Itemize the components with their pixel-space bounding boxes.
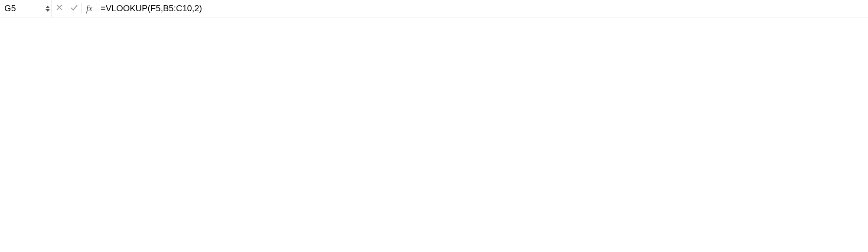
fx-label[interactable]: fx — [82, 3, 97, 13]
check-icon — [70, 4, 78, 11]
name-box-wrap: G5 — [0, 0, 52, 17]
chevron-down-icon — [45, 9, 50, 12]
svg-marker-1 — [46, 9, 50, 12]
formula-bar: G5 fx =VLOOKUP(F5,B5:C10,2) — [0, 0, 868, 17]
name-box-stepper[interactable] — [44, 5, 52, 12]
cancel-formula-button[interactable] — [52, 4, 67, 13]
formula-input[interactable]: =VLOOKUP(F5,B5:C10,2) — [97, 3, 868, 13]
chevron-up-icon — [45, 5, 50, 9]
svg-marker-0 — [46, 6, 50, 8]
name-box[interactable]: G5 — [4, 3, 44, 13]
close-icon — [56, 4, 63, 11]
confirm-formula-button[interactable] — [67, 4, 82, 13]
